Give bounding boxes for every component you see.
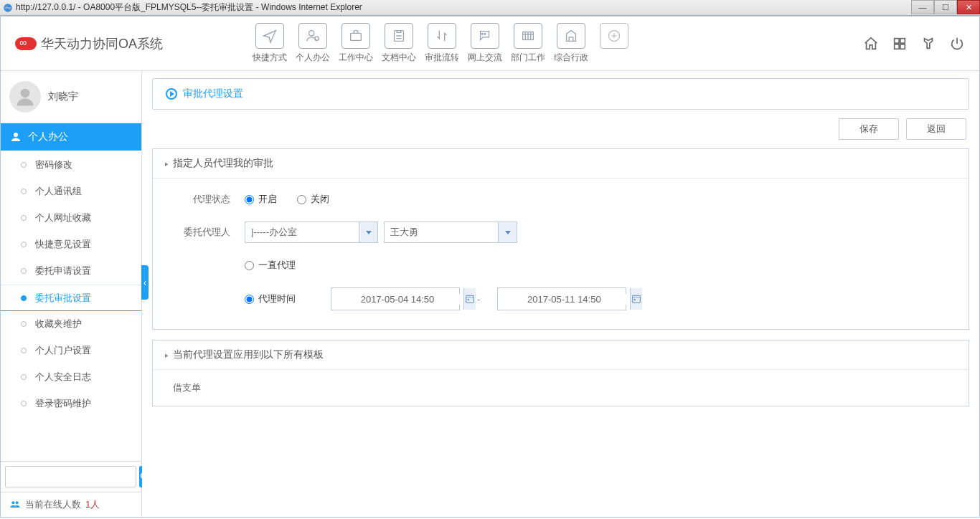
ie-icon — [3, 3, 13, 13]
sidebar-item-8[interactable]: 个人安全日志 — [1, 364, 141, 391]
nav-personal[interactable]: 个人办公 — [292, 22, 334, 65]
dept-select[interactable]: |-----办公室 — [245, 222, 378, 243]
nav-chat[interactable]: 网上交流 — [464, 22, 506, 65]
section-templates: 当前代理设置应用到以下所有模板 借支单 — [152, 340, 969, 406]
sidebar-item-4[interactable]: 委托申请设置 — [1, 258, 141, 285]
arrow-icon — [166, 88, 177, 100]
page-title-panel: 审批代理设置 — [152, 78, 969, 110]
sidebar-item-0[interactable]: 密码修改 — [1, 152, 141, 178]
logo-text: 华天动力协同OA系统 — [41, 35, 163, 52]
nav-approval[interactable]: 审批流转 — [421, 22, 463, 65]
svg-point-5 — [481, 33, 483, 34]
svg-rect-3 — [351, 33, 362, 40]
svg-rect-11 — [895, 44, 899, 48]
svg-rect-10 — [900, 38, 905, 42]
sidebar-item-5[interactable]: 委托审批设置 — [1, 285, 141, 311]
date-to[interactable] — [497, 287, 626, 310]
svg-rect-19 — [468, 299, 469, 300]
page-title: 审批代理设置 — [183, 87, 243, 100]
chevron-down-icon — [359, 222, 377, 242]
window-title: http://127.0.0.1/ - OA8000平台版_FPLMYSQL5-… — [16, 1, 362, 14]
section-agent-setting: 指定人员代理我的审批 代理状态 开启 关闭 委托代理人 |-----办公室 王大… — [152, 148, 969, 330]
nav-dept[interactable]: 部门工作 — [507, 22, 549, 65]
section2-title[interactable]: 当前代理设置应用到以下所有模板 — [153, 341, 969, 370]
svg-rect-21 — [634, 299, 636, 300]
nav-admin[interactable]: 综合行政 — [550, 22, 592, 65]
grid-icon[interactable] — [892, 36, 908, 52]
calendar-icon[interactable] — [463, 288, 476, 310]
sidebar-item-3[interactable]: 快捷意见设置 — [1, 232, 141, 258]
search-input[interactable] — [5, 466, 136, 487]
chevron-down-icon — [498, 222, 517, 242]
status-label: 代理状态 — [173, 193, 230, 206]
header-actions — [863, 36, 965, 52]
person-icon — [9, 130, 22, 143]
user-box: 刘晓宇 — [1, 71, 141, 123]
save-button[interactable]: 保存 — [839, 118, 899, 140]
nav-docs[interactable]: 文档中心 — [378, 22, 420, 65]
radio-status-off[interactable]: 关闭 — [297, 193, 329, 206]
section1-title[interactable]: 指定人员代理我的审批 — [153, 149, 969, 178]
date-from[interactable] — [331, 287, 460, 310]
svg-point-6 — [484, 33, 486, 34]
sidebar-item-6[interactable]: 收藏夹维护 — [1, 311, 141, 338]
svg-rect-20 — [633, 295, 641, 303]
logo: 华天动力协同OA系统 — [15, 35, 163, 52]
sidebar-item-7[interactable]: 个人门户设置 — [1, 338, 141, 364]
radio-duration-always[interactable]: 一直代理 — [245, 259, 296, 272]
svg-point-13 — [21, 89, 30, 98]
agent-label: 委托代理人 — [173, 226, 230, 239]
template-item: 借支单 — [153, 370, 969, 406]
sidebar: 刘晓宇 个人办公 密码修改个人通讯组个人网址收藏快捷意见设置委托申请设置委托审批… — [1, 71, 142, 517]
sidebar-item-1[interactable]: 个人通讯组 — [1, 178, 141, 205]
sidebar-search — [1, 462, 141, 492]
power-icon[interactable] — [949, 36, 965, 52]
svg-point-1 — [309, 31, 314, 36]
home-icon[interactable] — [863, 36, 879, 52]
date-from-input[interactable] — [331, 294, 463, 305]
logo-icon — [15, 37, 37, 50]
window-minimize[interactable]: — — [911, 0, 934, 14]
calendar-icon[interactable] — [630, 288, 642, 310]
sidebar-collapse[interactable] — [141, 265, 149, 300]
action-buttons: 保存 返回 — [152, 118, 969, 140]
svg-rect-18 — [466, 295, 474, 303]
nav-quick[interactable]: 快捷方式 — [249, 22, 291, 65]
avatar — [9, 81, 41, 113]
window-close[interactable]: ✕ — [957, 0, 980, 14]
username: 刘晓宇 — [48, 90, 78, 103]
window-maximize[interactable]: ☐ — [934, 0, 957, 14]
nav-work[interactable]: 工作中心 — [335, 22, 377, 65]
svg-rect-12 — [900, 44, 905, 48]
back-button[interactable]: 返回 — [906, 118, 966, 140]
content-area: 审批代理设置 保存 返回 指定人员代理我的审批 代理状态 开启 关闭 — [142, 71, 979, 517]
sidebar-menu: 密码修改个人通讯组个人网址收藏快捷意见设置委托申请设置委托审批设置收藏夹维护个人… — [1, 151, 141, 462]
sidebar-item-9[interactable]: 登录密码维护 — [1, 391, 141, 417]
svg-point-17 — [16, 501, 19, 504]
top-nav: 快捷方式 个人办公 工作中心 文档中心 审批流转 网上交流 部门工作 综合行政 — [249, 22, 863, 65]
svg-rect-9 — [895, 38, 899, 42]
sidebar-category[interactable]: 个人办公 — [1, 123, 141, 151]
online-count: 当前在线人数 1人 — [1, 492, 141, 517]
radio-duration-range[interactable]: 代理时间 — [245, 292, 316, 305]
people-icon — [9, 499, 21, 510]
app-header: 华天动力协同OA系统 快捷方式 个人办公 工作中心 文档中心 审批流转 网上交流… — [1, 16, 979, 71]
person-select[interactable]: 王大勇 — [384, 222, 517, 243]
svg-point-14 — [14, 133, 18, 137]
browser-titlebar: http://127.0.0.1/ - OA8000平台版_FPLMYSQL5-… — [0, 0, 980, 16]
svg-point-16 — [11, 501, 14, 504]
date-to-input[interactable] — [498, 294, 630, 305]
theme-icon[interactable] — [920, 36, 936, 52]
sidebar-item-2[interactable]: 个人网址收藏 — [1, 205, 141, 232]
radio-status-on[interactable]: 开启 — [245, 193, 277, 206]
nav-add[interactable] — [593, 22, 635, 65]
